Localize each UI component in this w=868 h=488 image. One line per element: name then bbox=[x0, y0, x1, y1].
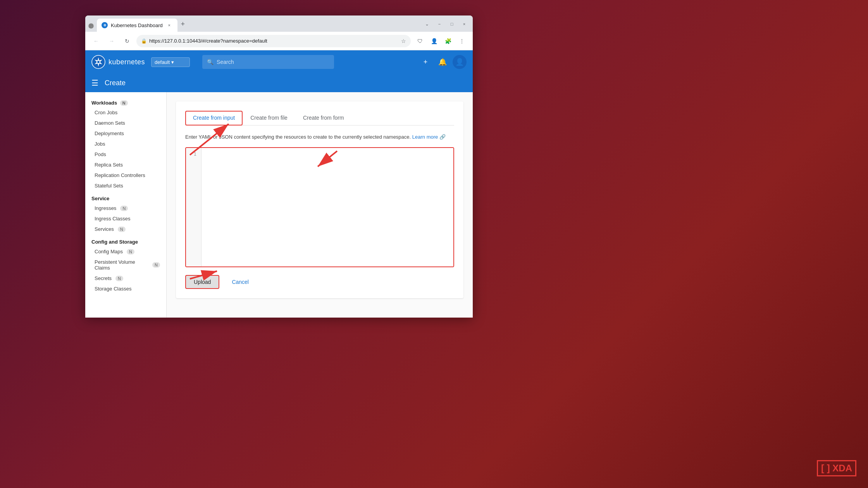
sidebar-item-ingresses[interactable]: Ingresses N bbox=[85, 203, 166, 213]
search-bar[interactable]: 🔍 Search bbox=[202, 55, 334, 69]
tab-bar: ⚙ Kubernetes Dashboard × + ⌄ − □ × bbox=[85, 15, 473, 32]
hamburger-menu-icon[interactable]: ☰ bbox=[91, 78, 98, 88]
tab-favicon: ⚙ bbox=[102, 22, 108, 28]
new-tab-button[interactable]: + bbox=[177, 19, 188, 29]
close-button[interactable]: × bbox=[459, 19, 470, 29]
pvc-badge: N bbox=[152, 262, 160, 268]
upload-button[interactable]: Upload bbox=[185, 275, 219, 289]
tab-controls-left bbox=[88, 23, 94, 29]
sidebar-item-secrets[interactable]: Secrets N bbox=[85, 273, 166, 284]
app-content: kubernetes default ▾ 🔍 Search + 🔔 👤 ☰ Cr… bbox=[85, 50, 473, 318]
sidebar-item-label: Ingress Classes bbox=[95, 216, 130, 222]
ingresses-badge: N bbox=[120, 206, 128, 211]
sidebar-item-replication-controllers[interactable]: Replication Controllers bbox=[85, 170, 166, 180]
line-numbers: 1 bbox=[186, 148, 202, 266]
window-controls: − □ × bbox=[434, 19, 470, 29]
back-button[interactable]: ← bbox=[90, 35, 102, 47]
sidebar-item-label: Persistent Volume Claims bbox=[95, 259, 148, 271]
user-avatar[interactable]: 👤 bbox=[453, 55, 467, 69]
sidebar-item-label: Stateful Sets bbox=[95, 183, 123, 189]
namespace-value: default bbox=[155, 59, 170, 65]
svg-point-2 bbox=[97, 61, 100, 63]
sidebar-item-label: Replication Controllers bbox=[95, 172, 145, 178]
sidebar-item-label: Storage Classes bbox=[95, 286, 131, 292]
sidebar-item-jobs[interactable]: Jobs bbox=[85, 139, 166, 149]
sidebar-item-label: Daemon Sets bbox=[95, 120, 125, 126]
editor-wrapper: 1 bbox=[185, 147, 454, 267]
line-number-1: 1 bbox=[191, 151, 196, 157]
menu-icon[interactable]: ⋮ bbox=[456, 35, 468, 47]
minimize-button[interactable]: − bbox=[434, 19, 445, 29]
url-text: https://127.0.0.1:10443/#/create?namespa… bbox=[149, 38, 399, 44]
sidebar-item-storage-classes[interactable]: Storage Classes bbox=[85, 284, 166, 294]
sidebar-section-config-storage: Config and Storage bbox=[85, 234, 166, 246]
header-logo-text: kubernetes bbox=[108, 58, 145, 66]
sidebar-item-label: Ingresses bbox=[95, 205, 116, 211]
extensions-icon[interactable]: 🧩 bbox=[442, 35, 454, 47]
sidebar-item-label: Deployments bbox=[95, 131, 124, 136]
add-button[interactable]: + bbox=[418, 55, 432, 69]
sidebar: Workloads N Cron Jobs Daemon Sets Deploy… bbox=[85, 92, 167, 318]
header-actions: + 🔔 👤 bbox=[418, 55, 467, 69]
tab-create-from-file[interactable]: Create from file bbox=[243, 111, 295, 125]
create-card: Create from input Create from file Creat… bbox=[176, 101, 463, 298]
create-description: Enter YAML or JSON content specifying th… bbox=[185, 133, 454, 141]
create-tab-row: Create from input Create from file Creat… bbox=[185, 111, 454, 125]
sidebar-item-persistent-volume-claims[interactable]: Persistent Volume Claims N bbox=[85, 257, 166, 273]
tab-dropdown[interactable]: ⌄ bbox=[422, 19, 432, 29]
main-layout: Workloads N Cron Jobs Daemon Sets Deploy… bbox=[85, 92, 473, 318]
tab-create-from-form[interactable]: Create from form bbox=[295, 111, 352, 125]
action-row: Upload Cancel bbox=[185, 275, 454, 289]
address-bar: ← → ↻ 🔒 https://127.0.0.1:10443/#/create… bbox=[85, 32, 473, 50]
sidebar-item-label: Services bbox=[95, 226, 114, 232]
active-tab[interactable]: ⚙ Kubernetes Dashboard × bbox=[97, 19, 177, 32]
sidebar-item-ingress-classes[interactable]: Ingress Classes bbox=[85, 213, 166, 224]
browser-actions: 🛡 👤 🧩 ⋮ bbox=[414, 35, 468, 47]
tab-page-icon[interactable] bbox=[88, 23, 94, 29]
sidebar-item-cron-jobs[interactable]: Cron Jobs bbox=[85, 107, 166, 118]
url-bar[interactable]: 🔒 https://127.0.0.1:10443/#/create?names… bbox=[136, 35, 411, 47]
yaml-editor[interactable] bbox=[202, 148, 453, 266]
search-icon: 🔍 bbox=[207, 59, 214, 65]
maximize-button[interactable]: □ bbox=[446, 19, 457, 29]
sidebar-item-label: Cron Jobs bbox=[95, 110, 117, 115]
search-placeholder: Search bbox=[217, 59, 234, 65]
forward-button[interactable]: → bbox=[105, 35, 118, 47]
app-header: kubernetes default ▾ 🔍 Search + 🔔 👤 bbox=[85, 50, 473, 74]
tab-create-from-input[interactable]: Create from input bbox=[185, 111, 243, 125]
kubernetes-logo bbox=[91, 55, 105, 69]
page-content: Create from input Create from file Creat… bbox=[167, 92, 473, 318]
sidebar-item-label: Jobs bbox=[95, 141, 105, 147]
xda-watermark: [ ] XDA bbox=[817, 460, 856, 476]
cancel-button[interactable]: Cancel bbox=[224, 276, 257, 288]
sidebar-item-daemon-sets[interactable]: Daemon Sets bbox=[85, 118, 166, 128]
services-badge: N bbox=[118, 227, 126, 232]
namespace-dropdown-icon: ▾ bbox=[171, 59, 174, 65]
shield-icon[interactable]: 🛡 bbox=[414, 35, 426, 47]
learn-more-link[interactable]: Learn more 🔗 bbox=[412, 134, 446, 140]
sidebar-item-config-maps[interactable]: Config Maps N bbox=[85, 246, 166, 257]
sidebar-item-label: Pods bbox=[95, 151, 106, 157]
notification-bell-icon[interactable]: 🔔 bbox=[436, 55, 450, 69]
browser-window: ⚙ Kubernetes Dashboard × + ⌄ − □ × ← → ↻… bbox=[85, 15, 473, 318]
bookmark-icon[interactable]: ☆ bbox=[401, 38, 406, 44]
nav-bar: ☰ Create bbox=[85, 74, 473, 92]
reload-button[interactable]: ↻ bbox=[121, 35, 133, 47]
sidebar-item-label: Replica Sets bbox=[95, 162, 123, 168]
sidebar-section-service: Service bbox=[85, 191, 166, 203]
sidebar-item-pods[interactable]: Pods bbox=[85, 149, 166, 160]
sidebar-item-label: Secrets bbox=[95, 275, 112, 281]
sidebar-item-services[interactable]: Services N bbox=[85, 224, 166, 234]
sidebar-item-deployments[interactable]: Deployments bbox=[85, 128, 166, 139]
sidebar-item-replica-sets[interactable]: Replica Sets bbox=[85, 160, 166, 170]
account-icon[interactable]: 👤 bbox=[428, 35, 440, 47]
page-title: Create bbox=[105, 79, 126, 87]
sidebar-item-label: Config Maps bbox=[95, 249, 123, 254]
lock-icon: 🔒 bbox=[141, 38, 147, 44]
header-logo: kubernetes bbox=[91, 55, 145, 69]
tab-close-btn[interactable]: × bbox=[166, 22, 173, 29]
namespace-selector[interactable]: default ▾ bbox=[151, 57, 190, 67]
sidebar-item-stateful-sets[interactable]: Stateful Sets bbox=[85, 180, 166, 191]
workloads-badge: N bbox=[120, 100, 128, 106]
secrets-badge: N bbox=[115, 276, 123, 281]
